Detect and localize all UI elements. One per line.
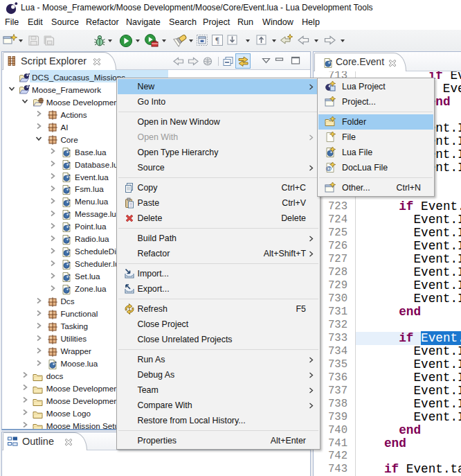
- svg-text:¶: ¶: [215, 35, 219, 45]
- svg-text:@: @: [326, 165, 332, 172]
